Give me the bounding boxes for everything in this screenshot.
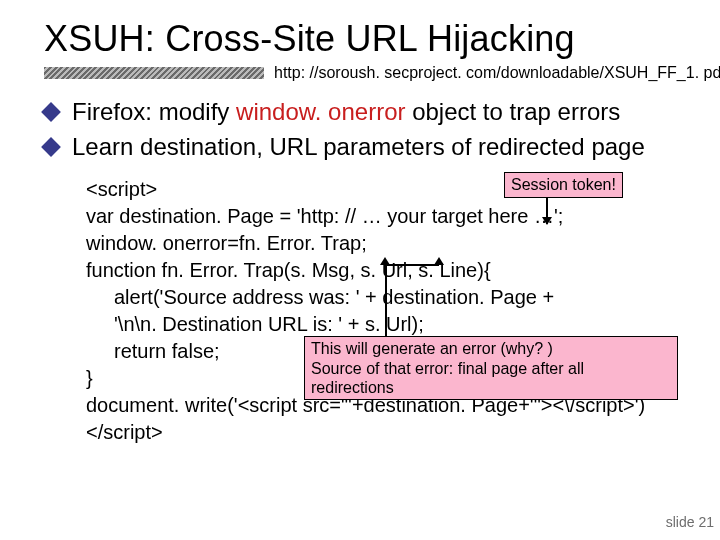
slide: XSUH: Cross-Site URL Hijacking http: //s… xyxy=(0,0,720,540)
arrow-horizontal-icon xyxy=(385,264,439,266)
annotation-why-line2: Source of that error: final page after a… xyxy=(311,359,671,397)
slide-number: slide 21 xyxy=(666,514,714,530)
code-line: </script> xyxy=(86,419,690,446)
bullet-1-text: Firefox: modify window. onerror object t… xyxy=(72,96,620,127)
bullet-1-post: object to trap errors xyxy=(405,98,620,125)
bullet-1-pre: Firefox: modify xyxy=(72,98,236,125)
bullet-1: Firefox: modify window. onerror object t… xyxy=(44,96,690,127)
code-line: '\n\n. Destination URL is: ' + s. Url); xyxy=(86,311,690,338)
code-line: alert('Source address was: ' + destinati… xyxy=(86,284,690,311)
annotation-why-error: This will generate an error (why? ) Sour… xyxy=(304,336,678,400)
reference-url: http: //soroush. secproject. com/downloa… xyxy=(274,64,720,82)
code-line: var destination. Page = 'http: // … your… xyxy=(86,203,690,230)
bullet-2: Learn destination, URL parameters of red… xyxy=(44,131,690,162)
arrow-session-icon xyxy=(546,198,548,224)
annotation-session-text: Session token! xyxy=(511,176,616,193)
annotation-session-token: Session token! xyxy=(504,172,623,197)
slide-title: XSUH: Cross-Site URL Hijacking xyxy=(44,18,690,60)
arrow-vertical-icon xyxy=(385,264,387,336)
diamond-icon xyxy=(41,102,61,122)
code-block: Session token! This will generate an err… xyxy=(86,176,690,446)
arrow-tip-icon xyxy=(434,257,444,265)
arrow-tip-icon xyxy=(380,257,390,265)
diamond-icon xyxy=(41,137,61,157)
annotation-why-line1: This will generate an error (why? ) xyxy=(311,339,671,358)
divider-texture xyxy=(44,67,264,79)
bullet-2-text: Learn destination, URL parameters of red… xyxy=(72,131,645,162)
code-line: window. onerror=fn. Error. Trap; xyxy=(86,230,690,257)
bullet-1-red: window. onerror xyxy=(236,98,405,125)
divider-row: http: //soroush. secproject. com/downloa… xyxy=(44,64,690,82)
